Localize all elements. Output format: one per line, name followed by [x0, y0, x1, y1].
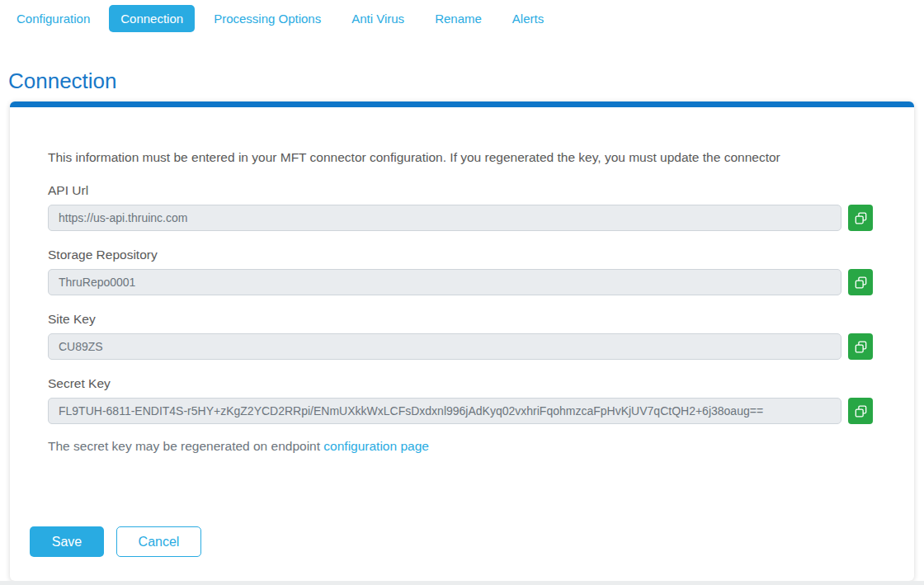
field-label: Storage Repository: [48, 246, 873, 263]
panel-body: This information must be entered in your…: [10, 107, 914, 526]
tab-anti-virus[interactable]: Anti Virus: [340, 5, 416, 32]
field-row: Storage Repository: [48, 246, 873, 295]
field-input-api-url[interactable]: [48, 205, 842, 231]
secret-key-note: The secret key may be regenerated on end…: [48, 439, 873, 454]
copy-icon: [855, 276, 867, 289]
field-row: API Url: [48, 182, 873, 231]
page: ConfigurationConnectionProcessing Option…: [0, 0, 924, 581]
connection-panel: This information must be entered in your…: [10, 101, 914, 581]
cancel-button[interactable]: Cancel: [116, 526, 201, 557]
tab-configuration[interactable]: Configuration: [5, 5, 101, 32]
tab-connection[interactable]: Connection: [109, 5, 195, 32]
copy-button-api-url[interactable]: [848, 205, 873, 231]
panel-description: This information must be entered in your…: [48, 149, 873, 166]
copy-button-site-key[interactable]: [848, 333, 873, 360]
field-row: Secret Key: [48, 375, 873, 424]
tab-alerts[interactable]: Alerts: [501, 5, 555, 32]
note-text: The secret key may be regenerated on end…: [48, 439, 320, 453]
configuration-page-link[interactable]: configuration page: [323, 439, 429, 453]
field-input-group: [48, 398, 873, 424]
copy-icon: [855, 212, 867, 224]
tab-processing-options[interactable]: Processing Options: [202, 5, 332, 32]
field-label: Secret Key: [48, 375, 873, 392]
tab-bar: ConfigurationConnectionProcessing Option…: [0, 3, 924, 32]
tab-rename[interactable]: Rename: [423, 5, 493, 32]
page-title: Connection: [8, 68, 924, 94]
copy-icon: [855, 405, 867, 418]
field-input-storage-repository[interactable]: [48, 269, 842, 295]
fields-container: API Url Storage Repository: [48, 182, 873, 424]
field-row: Site Key: [48, 310, 873, 360]
field-input-group: [48, 333, 873, 360]
field-label: Site Key: [48, 310, 873, 328]
field-input-group: [48, 269, 873, 295]
copy-button-storage-repository[interactable]: [848, 269, 873, 295]
copy-icon: [855, 341, 867, 353]
field-input-site-key[interactable]: [48, 333, 842, 360]
save-button[interactable]: Save: [30, 526, 104, 557]
copy-button-secret-key[interactable]: [848, 398, 873, 424]
panel-footer: Save Cancel: [10, 526, 914, 581]
field-input-group: [48, 205, 873, 231]
field-label: API Url: [48, 182, 873, 199]
field-input-secret-key[interactable]: [48, 398, 842, 424]
